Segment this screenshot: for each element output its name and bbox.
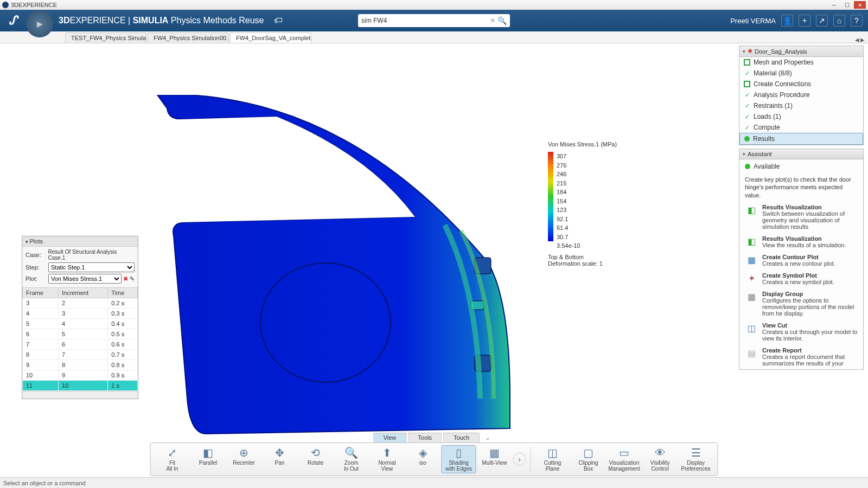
user-avatar-icon[interactable]: 👤 bbox=[781, 15, 793, 27]
tool-button[interactable]: 👁VisibilityControl bbox=[643, 445, 678, 473]
table-row[interactable]: 760.6 s bbox=[23, 339, 138, 350]
tool-button[interactable]: ▯Shadingwith Edges bbox=[442, 445, 476, 473]
assistant-entry[interactable]: ▦Display GroupConfigures the options to … bbox=[739, 288, 863, 319]
tool-icon: ▦ bbox=[489, 447, 500, 459]
tool-icon: ☰ bbox=[691, 447, 701, 459]
search-icon[interactable]: 🔍 bbox=[497, 16, 507, 25]
share-icon[interactable]: ↗ bbox=[816, 15, 828, 27]
checklist-item[interactable]: ✓Loads (1) bbox=[739, 111, 863, 122]
table-header[interactable]: Time bbox=[108, 288, 138, 298]
table-row[interactable]: 11101 s bbox=[23, 381, 138, 391]
entry-desc: Creates a new symbol plot. bbox=[762, 279, 834, 285]
tool-icon: ⬆ bbox=[382, 447, 392, 459]
plot-edit-icon[interactable]: ✎ bbox=[130, 275, 135, 282]
legend-value: 246 bbox=[557, 170, 580, 179]
tool-label: FitAll In bbox=[166, 460, 178, 472]
checkbox-icon bbox=[744, 81, 750, 87]
analysis-header[interactable]: ▾✱Door_Sag_Analysis bbox=[739, 46, 863, 57]
document-tab[interactable]: FW4_Physics Simulation00... bbox=[148, 33, 229, 43]
plot-delete-icon[interactable]: ✖ bbox=[123, 275, 128, 282]
tool-button[interactable]: ◫CuttingPlane bbox=[535, 445, 570, 473]
plots-scrollbar[interactable] bbox=[22, 391, 138, 399]
assistant-entry[interactable]: ◧Results VisualizationSwitch between vis… bbox=[739, 201, 863, 233]
tool-button[interactable]: ⤢FitAll In bbox=[155, 445, 190, 473]
plots-table[interactable]: FrameIncrementTime 320.2 s430.3 s540.4 s… bbox=[22, 287, 138, 391]
tool-button[interactable]: ✥Pan bbox=[263, 445, 297, 473]
minimize-button[interactable]: ─ bbox=[828, 1, 840, 9]
clear-search-icon[interactable]: ✕ bbox=[490, 17, 495, 24]
tool-icon: ◫ bbox=[547, 447, 558, 459]
legend-footer2: Deformation scale: 1 bbox=[548, 260, 617, 267]
tool-button[interactable]: ☰DisplayPreferences bbox=[679, 445, 713, 473]
legend-title: Von Mises Stress.1 (MPa) bbox=[548, 141, 617, 147]
app-small-icon bbox=[2, 2, 9, 8]
tool-button[interactable]: ◧Parallel bbox=[191, 445, 226, 473]
search-input[interactable] bbox=[361, 17, 488, 24]
plots-panel: ▾ Plots Case:Result Of Structural Analys… bbox=[22, 236, 138, 399]
checklist-item[interactable]: ✓Analysis Procedure bbox=[739, 89, 863, 100]
tool-button[interactable]: ▦Multi-View bbox=[477, 445, 512, 473]
checklist-item[interactable]: ✓Material (8/8) bbox=[739, 68, 863, 79]
document-tab[interactable]: FW4_DoorSag_VA_complete A.1✕ bbox=[230, 33, 311, 43]
plots-header[interactable]: ▾ Plots bbox=[22, 236, 138, 247]
checklist-label: Material (8/8) bbox=[754, 69, 792, 77]
checklist-item[interactable]: Results bbox=[739, 133, 863, 145]
bottom-tab[interactable]: Touch bbox=[443, 433, 480, 442]
table-header[interactable]: Increment bbox=[59, 288, 108, 298]
tool-button[interactable]: ⬆NormalView bbox=[370, 445, 405, 473]
checklist-item[interactable]: Mesh and Properties bbox=[739, 57, 863, 68]
table-row[interactable]: 870.7 s bbox=[23, 350, 138, 360]
tool-button[interactable]: 🔍ZoomIn Out bbox=[334, 445, 369, 473]
entry-icon: ▦ bbox=[745, 254, 758, 267]
table-row[interactable]: 540.4 s bbox=[23, 319, 138, 329]
tool-button[interactable]: ▢ClippingBox bbox=[571, 445, 606, 473]
checklist-item[interactable]: Create Connections bbox=[739, 79, 863, 89]
table-row[interactable]: 1090.9 s bbox=[23, 370, 138, 381]
assistant-entry[interactable]: ✦Create Symbol PlotCreates a new symbol … bbox=[739, 269, 863, 288]
assistant-entry[interactable]: ▦Create Contour PlotCreates a new contou… bbox=[739, 251, 863, 269]
plot-select[interactable]: Von Mises Stress.1 bbox=[48, 274, 122, 284]
entry-desc: Switch between visualization of geometry… bbox=[762, 210, 858, 230]
tool-label: Recenter bbox=[233, 460, 255, 472]
checklist-item[interactable]: ✓Restraints (1) bbox=[739, 100, 863, 111]
table-row[interactable]: 650.5 s bbox=[23, 329, 138, 339]
step-select[interactable]: Static Step.1 bbox=[48, 262, 135, 272]
table-row[interactable]: 320.2 s bbox=[23, 298, 138, 309]
assistant-entry[interactable]: ◧Results VisualizationView the results o… bbox=[739, 233, 863, 251]
legend-value: 215 bbox=[557, 179, 580, 188]
document-tab[interactable]: TEST_FW4_Physics Simulat... bbox=[65, 33, 146, 43]
close-button[interactable]: ✕ bbox=[854, 1, 866, 9]
search-box[interactable]: ✕ 🔍 bbox=[358, 14, 510, 27]
entry-desc: Creates a report document that summarize… bbox=[762, 354, 858, 367]
table-row[interactable]: 430.3 s bbox=[23, 309, 138, 319]
assistant-header[interactable]: ▾Assistant bbox=[739, 149, 863, 159]
tool-icon: ⊕ bbox=[239, 447, 248, 459]
maximize-button[interactable]: ☐ bbox=[841, 1, 853, 9]
tool-button[interactable]: ◈iso bbox=[406, 445, 441, 473]
bottom-tab[interactable]: View bbox=[373, 433, 407, 442]
tool-button[interactable]: ⟲Rotate bbox=[298, 445, 333, 473]
tag-icon[interactable]: 🏷 bbox=[274, 16, 283, 25]
tool-button[interactable]: ▭VisualizationManagement bbox=[607, 445, 642, 473]
legend-value: 123 bbox=[557, 206, 580, 215]
chevron-down-icon[interactable]: ⌄ bbox=[481, 433, 495, 442]
assistant-entry[interactable]: ▤Create ReportCreates a report document … bbox=[739, 344, 863, 369]
add-icon[interactable]: ＋ bbox=[799, 15, 810, 27]
home-icon[interactable]: ⌂ bbox=[833, 15, 845, 27]
checklist-item[interactable]: ✓Compute bbox=[739, 122, 863, 133]
more-tools-icon[interactable]: › bbox=[513, 453, 526, 466]
document-tabs: TEST_FW4_Physics Simulat...FW4_Physics S… bbox=[0, 31, 868, 43]
help-icon[interactable]: ? bbox=[851, 15, 863, 27]
table-row[interactable]: 980.8 s bbox=[23, 360, 138, 370]
tool-icon: ▭ bbox=[619, 447, 629, 459]
tool-button[interactable]: ⊕Recenter bbox=[227, 445, 261, 473]
entry-desc: Creates a new contour plot. bbox=[762, 260, 835, 267]
bottom-tab[interactable]: Tools bbox=[407, 433, 442, 442]
assistant-entry[interactable]: ◫View CutCreates a cut through your mode… bbox=[739, 319, 863, 344]
tool-label: ClippingBox bbox=[578, 460, 598, 472]
table-header[interactable]: Frame bbox=[23, 288, 59, 298]
compass-icon[interactable] bbox=[26, 10, 53, 37]
tab-nav[interactable]: ◀▶ bbox=[852, 37, 868, 43]
tool-icon: ◧ bbox=[203, 447, 213, 459]
tool-label: ZoomIn Out bbox=[344, 460, 359, 472]
